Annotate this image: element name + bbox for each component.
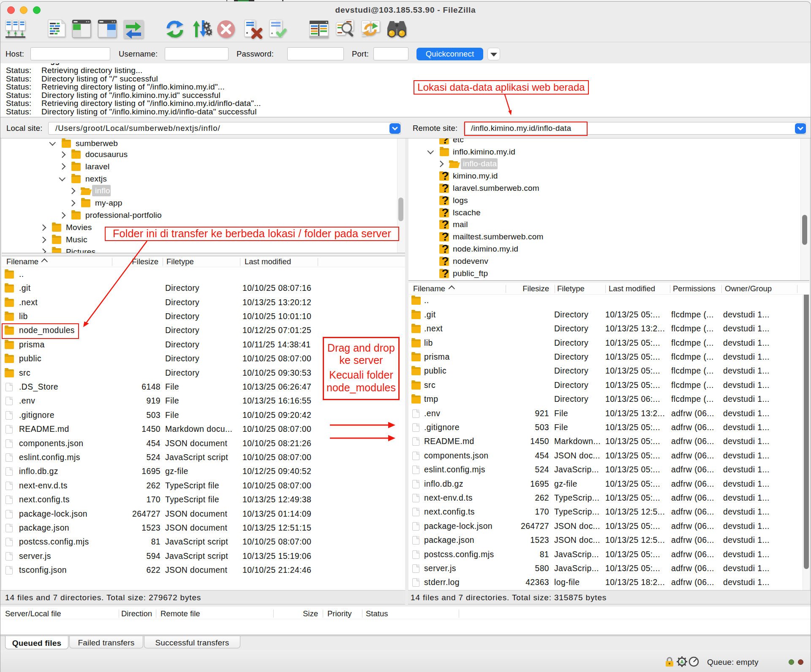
svg-text:A: A <box>680 659 684 664</box>
